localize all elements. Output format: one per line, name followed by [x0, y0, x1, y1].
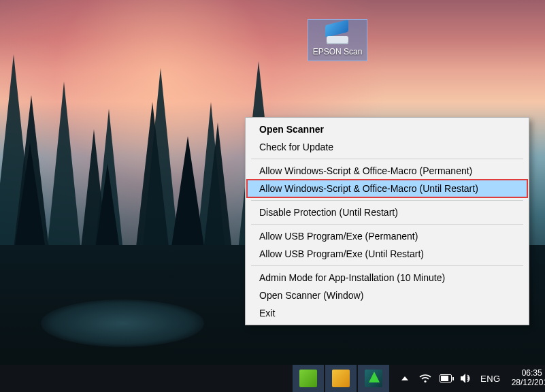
svg-point-0 [424, 380, 426, 382]
taskbar-app-3[interactable] [358, 365, 389, 392]
chevron-up-icon [401, 376, 408, 380]
desktop-icon-label: EPSON Scan [310, 47, 365, 56]
clock[interactable]: 06:35 28/12/2019 [509, 369, 545, 388]
clock-date: 28/12/2019 [512, 378, 545, 388]
taskbar-apps [0, 365, 389, 392]
menu-allow-script-until-restart[interactable]: Allow Windows-Script & Office-Macro (Unt… [247, 180, 527, 197]
app-icon [299, 370, 317, 387]
volume-icon[interactable] [460, 372, 472, 385]
language-indicator[interactable]: ENG [480, 374, 501, 384]
menu-allow-usb-permanent[interactable]: Allow USB Program/Exe (Permanent) [247, 227, 527, 245]
taskbar: ENG 06:35 28/12/2019 2 [0, 365, 545, 392]
tray-overflow-button[interactable] [399, 372, 411, 385]
menu-separator [251, 224, 523, 225]
taskbar-app-1[interactable] [293, 365, 324, 392]
battery-icon[interactable] [440, 372, 452, 385]
menu-open-scanner[interactable]: Open Scanner [247, 120, 527, 138]
menu-exit[interactable]: Exit [247, 304, 527, 322]
menu-separator [251, 159, 523, 159]
wifi-icon[interactable] [419, 372, 431, 385]
desktop-icon-epson-scan[interactable]: EPSON Scan [308, 19, 367, 61]
app-icon [332, 370, 350, 387]
wallpaper-water [41, 299, 204, 347]
menu-disable-protection[interactable]: Disable Protection (Until Restart) [247, 203, 527, 221]
clock-time: 06:35 [512, 369, 545, 378]
menu-allow-script-permanent[interactable]: Allow Windows-Script & Office-Macro (Per… [247, 162, 527, 180]
tray-context-menu: Open Scanner Check for Update Allow Wind… [245, 117, 529, 325]
menu-admin-mode[interactable]: Admin Mode for App-Installation (10 Minu… [247, 269, 527, 287]
menu-check-update[interactable]: Check for Update [247, 138, 527, 156]
app-icon [365, 370, 382, 387]
scanner-icon [325, 22, 350, 44]
taskbar-app-2[interactable] [325, 365, 357, 392]
menu-separator [251, 200, 523, 201]
menu-open-scanner-window[interactable]: Open Scanner (Window) [247, 287, 527, 304]
menu-separator [251, 265, 523, 266]
menu-allow-usb-until-restart[interactable]: Allow USB Program/Exe (Until Restart) [247, 245, 527, 263]
system-tray: ENG 06:35 28/12/2019 2 [389, 365, 545, 392]
